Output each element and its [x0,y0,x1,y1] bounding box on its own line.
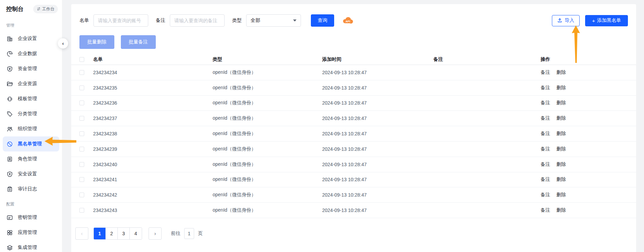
add-blacklist-button[interactable]: + 添加黑名单 [585,15,628,26]
type-filter-label: 类型 [232,17,242,24]
cell-name: 234234236 [93,100,213,106]
cell-time: 2024-09-13 10:28:47 [322,208,433,213]
remark-op-link[interactable]: 备注 [541,115,550,121]
row-checkbox[interactable] [79,208,84,213]
api-cloud-badge[interactable]: API [342,16,354,25]
top-actions: 导入 + 添加黑名单 [552,15,628,26]
batch-delete-button[interactable]: 批量删除 [79,35,114,49]
table-body: 234234234openId（微信身份）2024-09-13 10:28:47… [71,65,636,218]
filter-bar: 名单 备注 类型 全部 查询 API 导入 [71,4,636,27]
remark-op-link[interactable]: 备注 [541,100,550,106]
sidebar-item-label: 集成管理 [18,244,37,251]
workbench-badge[interactable]: 工作台 [33,5,58,13]
delete-op-link[interactable]: 删除 [556,176,566,183]
row-operations: 备注删除 [541,176,628,183]
remark-op-link[interactable]: 备注 [541,207,550,213]
cell-time: 2024-09-13 10:28:47 [322,70,433,75]
row-operations: 备注删除 [541,146,628,152]
remark-op-link[interactable]: 备注 [541,161,550,168]
next-page-button[interactable]: › [149,227,162,240]
cell-time: 2024-09-13 10:28:47 [322,192,433,198]
batch-remark-button[interactable]: 批量备注 [121,35,156,49]
remark-op-link[interactable]: 备注 [541,192,550,198]
row-checkbox[interactable] [79,147,84,151]
delete-op-link[interactable]: 删除 [556,207,566,213]
sidebar-item-audit-log[interactable]: 审计日志 [3,182,59,197]
goto-label: 前往 [171,230,180,237]
app-grid-icon [6,229,13,236]
cell-time: 2024-09-13 10:28:47 [322,177,433,182]
cell-time: 2024-09-13 10:28:47 [322,146,433,152]
remark-op-link[interactable]: 备注 [541,146,550,152]
sidebar-item-key-management[interactable]: 密钥管理 [3,210,59,225]
cell-name: 234234239 [93,146,213,152]
search-button[interactable]: 查询 [311,14,334,27]
sidebar-item-organization-management[interactable]: 组织管理 [3,121,59,136]
row-checkbox[interactable] [79,70,84,75]
cell-type: openId（微信身份） [213,69,322,76]
blacklist-table: 名单 类型 添加时间 备注 操作 234234234openId（微信身份）20… [71,54,636,218]
delete-op-link[interactable]: 删除 [556,192,566,198]
row-operations: 备注删除 [541,131,628,137]
page-number-3[interactable]: 3 [118,228,130,239]
console-title: 控制台 [6,5,24,13]
row-checkbox[interactable] [79,85,84,90]
sidebar-item-security-settings[interactable]: 安全设置 [3,167,59,182]
cell-name: 234234238 [93,131,213,136]
sidebar-item-label: 模板管理 [18,96,37,102]
chevron-down-icon [293,19,296,22]
import-button-label: 导入 [565,17,574,24]
type-select[interactable]: 全部 [246,14,301,27]
sidebar-item-blacklist-management[interactable]: 黑名单管理 [3,136,59,151]
row-checkbox[interactable] [79,162,84,167]
column-header-ops: 操作 [541,56,628,63]
goto-page-input[interactable] [184,228,194,239]
sidebar-item-template-management[interactable]: 模板管理 [3,91,59,106]
table-row: 234234243openId（微信身份）2024-09-13 10:28:47… [71,203,636,218]
row-operations: 备注删除 [541,207,628,213]
cell-type: openId（微信身份） [213,176,322,183]
row-checkbox[interactable] [79,177,84,182]
sidebar-collapse-button[interactable]: ‹ [58,38,68,49]
remark-op-link[interactable]: 备注 [541,176,550,183]
select-all-checkbox[interactable] [79,57,84,62]
sidebar-item-label: 审计日志 [18,186,37,192]
delete-op-link[interactable]: 删除 [556,131,566,137]
remark-op-link[interactable]: 备注 [541,85,550,91]
remark-op-link[interactable]: 备注 [541,69,550,76]
users-icon [6,125,13,132]
delete-op-link[interactable]: 删除 [556,161,566,168]
page-number-1[interactable]: 1 [94,228,106,239]
sidebar-item-role-management[interactable]: 角色管理 [3,151,59,167]
sidebar-item-app-management[interactable]: 应用管理 [3,225,59,240]
remark-filter-input[interactable] [170,14,225,27]
sidebar-item-integration-management[interactable]: 集成管理 [3,240,59,252]
sidebar-item-enterprise-settings[interactable]: 企业设置 [3,31,59,46]
sidebar-item-label: 应用管理 [18,229,37,236]
cell-time: 2024-09-13 10:28:47 [322,85,433,91]
name-filter-label: 名单 [79,17,89,24]
sidebar-item-enterprise-resources[interactable]: 企业资源 [3,76,59,91]
row-checkbox[interactable] [79,193,84,197]
row-checkbox[interactable] [79,101,84,105]
delete-op-link[interactable]: 删除 [556,69,566,76]
sidebar-item-funds-management[interactable]: 资金管理 [3,61,59,76]
sidebar-item-category-management[interactable]: 分类管理 [3,106,59,121]
cell-name: 234234235 [93,85,213,91]
delete-op-link[interactable]: 删除 [556,85,566,91]
remark-op-link[interactable]: 备注 [541,131,550,137]
delete-op-link[interactable]: 删除 [556,146,566,152]
row-checkbox[interactable] [79,131,84,136]
prev-page-button[interactable]: ‹ [75,227,88,240]
delete-op-link[interactable]: 删除 [556,115,566,121]
add-blacklist-button-label: 添加黑名单 [597,17,621,24]
page-number-4[interactable]: 4 [130,228,142,239]
sidebar-item-enterprise-data[interactable]: 企业数据 [3,46,59,61]
goto-page: 前往 页 [171,228,203,239]
delete-op-link[interactable]: 删除 [556,100,566,106]
import-button[interactable]: 导入 [552,15,580,26]
name-filter-input[interactable] [93,14,148,27]
row-operations: 备注删除 [541,69,628,76]
row-checkbox[interactable] [79,116,84,121]
page-number-2[interactable]: 2 [106,228,118,239]
